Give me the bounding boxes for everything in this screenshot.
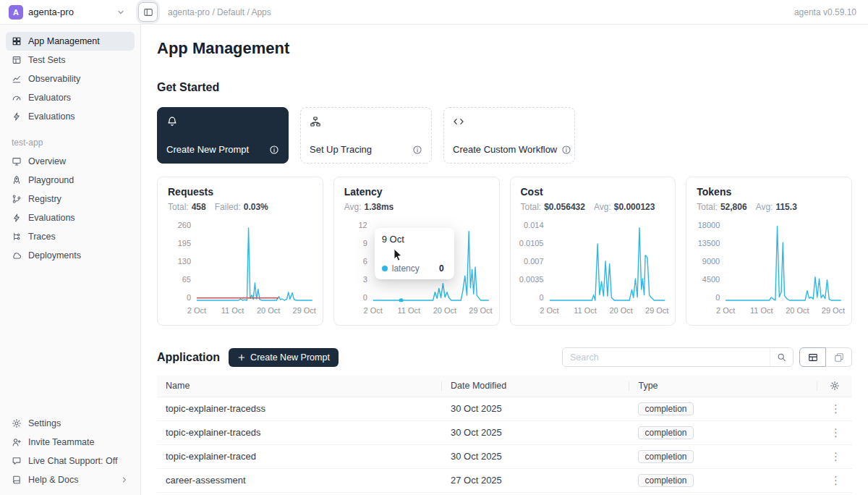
app-name: topic-explainer-tracedss — [157, 397, 442, 420]
x-tick-label: 2 Oct — [716, 306, 735, 315]
sidebar-item-label: Help & Docs — [28, 475, 78, 485]
x-tick-label: 2 Oct — [187, 306, 206, 315]
y-tick-label: 18000 — [698, 221, 720, 229]
bell-icon — [166, 116, 279, 127]
stat-card-cost: Cost Total:$0.056432 Avg:$0.000123 0.014… — [510, 177, 676, 326]
table-view-icon — [808, 352, 818, 363]
table-view-button[interactable] — [799, 347, 826, 367]
info-icon[interactable] — [561, 145, 571, 155]
sidebar-item-deployments[interactable]: Deployments — [6, 246, 135, 265]
row-actions-button[interactable]: ⋮ — [826, 451, 846, 462]
y-tick-label: 0 — [363, 293, 367, 302]
info-icon[interactable] — [269, 145, 279, 155]
table-row[interactable]: topic-explainer-tracedss 30 Oct 2025 com… — [157, 397, 852, 420]
sidebar-item-observability[interactable]: Observability — [6, 69, 135, 88]
stat-label: Avg: — [756, 202, 773, 212]
overview-icon — [12, 156, 22, 166]
y-tick-label: 4500 — [702, 275, 720, 284]
page-title: App Management — [157, 39, 852, 58]
card-view-icon — [834, 352, 844, 363]
y-tick-label: 0.0105 — [519, 239, 544, 248]
x-axis-ticks: 2 Oct11 Oct20 Oct29 Oct — [373, 306, 489, 316]
sidebar-item-app-evaluations[interactable]: Evaluations — [6, 208, 135, 227]
stat-label: Total: — [168, 202, 189, 212]
stats-row: Requests Total:458 Failed:0.03% 26019513… — [157, 177, 852, 326]
sidebar-item-registry[interactable]: Registry — [6, 190, 135, 208]
create-new-prompt-card[interactable]: Create New Prompt — [157, 107, 289, 164]
set-up-tracing-card[interactable]: Set Up Tracing — [300, 107, 432, 164]
search-input[interactable] — [563, 348, 770, 366]
sidebar-item-app-management[interactable]: App Management — [6, 32, 135, 51]
y-axis-ticks: 260195130650 — [168, 221, 197, 302]
tooltip-value: 0 — [439, 263, 447, 274]
workspace-selector[interactable]: A agenta-pro — [0, 5, 132, 20]
row-actions-button[interactable]: ⋮ — [826, 427, 846, 438]
stat-summary: Total:52,806 Avg:115.3 — [697, 202, 841, 212]
sidebar-item-settings[interactable]: Settings — [6, 414, 135, 433]
sidebar-item-overview[interactable]: Overview — [6, 152, 135, 171]
tooltip-series-label: latency — [392, 263, 420, 274]
row-actions-button[interactable]: ⋮ — [826, 403, 846, 414]
x-tick-label: 11 Oct — [221, 306, 244, 315]
y-tick-label: 13500 — [698, 239, 720, 248]
registry-icon — [12, 194, 22, 204]
app-date-modified: 30 Oct 2025 — [442, 397, 629, 420]
sidebar-item-playground[interactable]: Playground — [6, 171, 135, 190]
app-type-badge: completion — [638, 474, 693, 487]
chat-icon — [12, 456, 22, 466]
app-date-modified: 30 Oct 2025 — [442, 420, 629, 444]
row-actions-button[interactable]: ⋮ — [826, 475, 846, 486]
column-header-type: Type — [629, 376, 817, 397]
x-tick-label: 20 Oct — [257, 306, 280, 315]
stat-label: Total: — [697, 202, 718, 212]
table-settings-icon[interactable] — [826, 381, 843, 391]
y-tick-label: 0 — [187, 293, 191, 302]
sidebar-toggle-button[interactable] — [138, 2, 158, 22]
stat-label: Failed: — [215, 202, 241, 212]
requests-chart — [197, 221, 312, 302]
deployments-icon — [12, 250, 22, 261]
sidebar-item-evaluators[interactable]: Evaluators — [6, 88, 135, 107]
sidebar-item-label: Settings — [28, 418, 61, 428]
sidebar-app-section-label: test-app — [12, 138, 129, 148]
stat-title: Tokens — [697, 186, 841, 198]
create-custom-workflow-card[interactable]: Create Custom Workflow — [443, 107, 575, 164]
x-tick-label: 20 Oct — [786, 306, 809, 315]
column-header-name: Name — [157, 376, 442, 397]
application-heading: Application — [157, 351, 220, 364]
app-type-badge: completion — [638, 426, 693, 439]
sidebar-item-evaluations[interactable]: Evaluations — [6, 107, 135, 126]
app-type-badge: completion — [638, 402, 693, 415]
chart-plot — [197, 221, 312, 302]
table-row[interactable]: topic-explainer-traced 30 Oct 2025 compl… — [157, 444, 852, 468]
stat-summary: Total:458 Failed:0.03% — [168, 202, 312, 212]
sidebar-item-test-sets[interactable]: Test Sets — [6, 51, 135, 69]
create-new-prompt-button[interactable]: Create New Prompt — [229, 348, 339, 367]
breadcrumb[interactable]: agenta-pro / Default / Apps — [168, 7, 271, 17]
sidebar-item-live-chat-support[interactable]: Live Chat Support: Off — [6, 452, 135, 470]
sidebar-item-help-docs[interactable]: Help & Docs — [6, 470, 135, 489]
sidebar-item-traces[interactable]: Traces — [6, 227, 135, 246]
y-axis-ticks: 0.0140.01050.0070.00350 — [521, 221, 550, 302]
x-tick-label: 20 Oct — [609, 306, 632, 315]
search-button[interactable] — [770, 348, 793, 366]
x-tick-label: 11 Oct — [750, 306, 773, 315]
x-tick-label: 11 Oct — [574, 306, 597, 315]
app-type-badge: completion — [638, 450, 693, 463]
column-header-actions — [817, 376, 852, 397]
app-name: topic-explainer-traced — [157, 444, 442, 468]
app-name: career-assessment — [157, 468, 442, 492]
info-icon[interactable] — [412, 145, 422, 155]
card-view-button[interactable] — [825, 347, 852, 367]
app-management-icon — [12, 36, 22, 46]
x-axis-ticks: 2 Oct11 Oct20 Oct29 Oct — [726, 306, 841, 316]
table-row[interactable]: topic-explainer-traceds 30 Oct 2025 comp… — [157, 420, 852, 444]
sidebar: App Management Test Sets Observability E… — [0, 25, 141, 495]
table-row[interactable]: career-assessment 27 Oct 2025 completion… — [157, 468, 852, 492]
search-icon — [777, 352, 786, 362]
sidebar-item-label: Live Chat Support: Off — [28, 456, 117, 466]
sidebar-item-invite-teammate[interactable]: Invite Teammate — [6, 433, 135, 452]
top-bar: A agenta-pro agenta-pro / Default / Apps… — [0, 0, 868, 25]
chevron-down-icon — [116, 8, 125, 17]
column-header-date-modified: Date Modified — [442, 376, 629, 397]
